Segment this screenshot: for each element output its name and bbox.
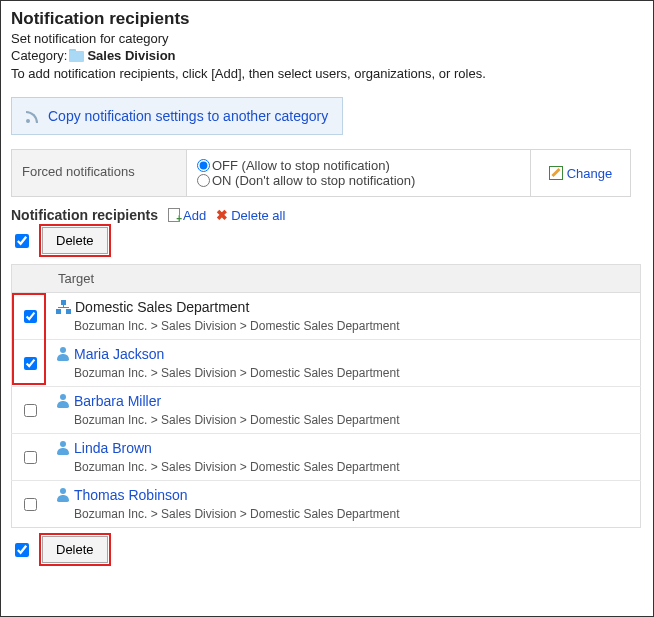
target-path: Bozuman Inc. > Sales Division > Domestic… xyxy=(74,460,632,474)
copy-settings-label: Copy notification settings to another ca… xyxy=(48,108,328,124)
select-all-bottom[interactable] xyxy=(15,543,29,557)
org-icon xyxy=(56,300,71,314)
row-checkbox[interactable] xyxy=(24,404,37,417)
row-target-cell: Barbara MillerBozuman Inc. > Sales Divis… xyxy=(48,387,641,434)
row-target-cell: Domestic Sales DepartmentBozuman Inc. > … xyxy=(48,293,641,340)
user-icon xyxy=(56,394,70,408)
page-subtitle: Set notification for category xyxy=(11,31,643,46)
row-target-cell: Linda BrownBozuman Inc. > Sales Division… xyxy=(48,434,641,481)
broadcast-icon xyxy=(26,109,42,123)
delete-all-label: Delete all xyxy=(231,208,285,223)
bottom-toolbar: Delete xyxy=(11,536,643,563)
target-user-link[interactable]: Maria Jackson xyxy=(74,346,164,362)
target-path: Bozuman Inc. > Sales Division > Domestic… xyxy=(74,507,632,521)
row-head: Maria Jackson xyxy=(56,346,632,362)
user-icon xyxy=(56,488,70,502)
target-path: Bozuman Inc. > Sales Division > Domestic… xyxy=(74,366,632,380)
folder-icon xyxy=(69,49,85,62)
copy-settings-link[interactable]: Copy notification settings to another ca… xyxy=(11,97,343,135)
delete-button-bottom[interactable]: Delete xyxy=(42,536,108,563)
col-check xyxy=(12,265,49,293)
target-user-link[interactable]: Barbara Miller xyxy=(74,393,161,409)
table-row: Linda BrownBozuman Inc. > Sales Division… xyxy=(12,434,641,481)
category-name: Sales Division xyxy=(87,48,175,63)
table-row: Maria JacksonBozuman Inc. > Sales Divisi… xyxy=(12,340,641,387)
target-user-link[interactable]: Linda Brown xyxy=(74,440,152,456)
select-all-top[interactable] xyxy=(15,234,29,248)
row-check-cell xyxy=(12,340,49,387)
add-link[interactable]: Add xyxy=(168,208,206,223)
forced-options: OFF (Allow to stop notification) ON (Don… xyxy=(187,150,530,196)
user-icon xyxy=(56,347,70,361)
row-head: Domestic Sales Department xyxy=(56,299,632,315)
forced-on-option[interactable]: ON (Don't allow to stop notification) xyxy=(197,173,520,188)
forced-label: Forced notifications xyxy=(12,150,187,196)
recipients-table: Target Domestic Sales DepartmentBozuman … xyxy=(11,264,641,528)
forced-change-label: Change xyxy=(567,166,613,181)
row-check-cell xyxy=(12,293,49,340)
delete-all-link[interactable]: ✖ Delete all xyxy=(216,207,285,223)
forced-notifications-panel: Forced notifications OFF (Allow to stop … xyxy=(11,149,631,197)
forced-off-label: OFF (Allow to stop notification) xyxy=(212,158,390,173)
forced-off-radio[interactable] xyxy=(197,159,210,172)
table-row: Thomas RobinsonBozuman Inc. > Sales Divi… xyxy=(12,481,641,528)
forced-change-link[interactable]: Change xyxy=(530,150,630,196)
table-row: Domestic Sales DepartmentBozuman Inc. > … xyxy=(12,293,641,340)
forced-off-option[interactable]: OFF (Allow to stop notification) xyxy=(197,158,520,173)
page-container: Notification recipients Set notification… xyxy=(0,0,654,617)
table-row: Barbara MillerBozuman Inc. > Sales Divis… xyxy=(12,387,641,434)
pencil-icon xyxy=(549,166,563,180)
recipients-title: Notification recipients xyxy=(11,207,158,223)
row-checkbox[interactable] xyxy=(24,357,37,370)
row-checkbox[interactable] xyxy=(24,451,37,464)
row-target-cell: Thomas RobinsonBozuman Inc. > Sales Divi… xyxy=(48,481,641,528)
row-check-cell xyxy=(12,387,49,434)
top-toolbar: Delete xyxy=(11,227,643,254)
instruction-text: To add notification recipients, click [A… xyxy=(11,66,643,81)
add-label: Add xyxy=(183,208,206,223)
category-line: Category: Sales Division xyxy=(11,48,643,63)
row-checkbox[interactable] xyxy=(24,498,37,511)
forced-on-label: ON (Don't allow to stop notification) xyxy=(212,173,415,188)
target-org-name: Domestic Sales Department xyxy=(75,299,249,315)
add-icon xyxy=(168,208,180,222)
row-head: Thomas Robinson xyxy=(56,487,632,503)
category-label: Category: xyxy=(11,48,67,63)
x-icon: ✖ xyxy=(216,207,228,223)
page-title: Notification recipients xyxy=(11,9,643,29)
col-target: Target xyxy=(48,265,641,293)
target-user-link[interactable]: Thomas Robinson xyxy=(74,487,188,503)
user-icon xyxy=(56,441,70,455)
row-check-cell xyxy=(12,434,49,481)
forced-on-radio[interactable] xyxy=(197,174,210,187)
row-check-cell xyxy=(12,481,49,528)
target-path: Bozuman Inc. > Sales Division > Domestic… xyxy=(74,413,632,427)
row-target-cell: Maria JacksonBozuman Inc. > Sales Divisi… xyxy=(48,340,641,387)
row-head: Linda Brown xyxy=(56,440,632,456)
delete-button-top[interactable]: Delete xyxy=(42,227,108,254)
row-head: Barbara Miller xyxy=(56,393,632,409)
target-path: Bozuman Inc. > Sales Division > Domestic… xyxy=(74,319,632,333)
row-checkbox[interactable] xyxy=(24,310,37,323)
recipients-header: Notification recipients Add ✖ Delete all xyxy=(11,207,643,223)
